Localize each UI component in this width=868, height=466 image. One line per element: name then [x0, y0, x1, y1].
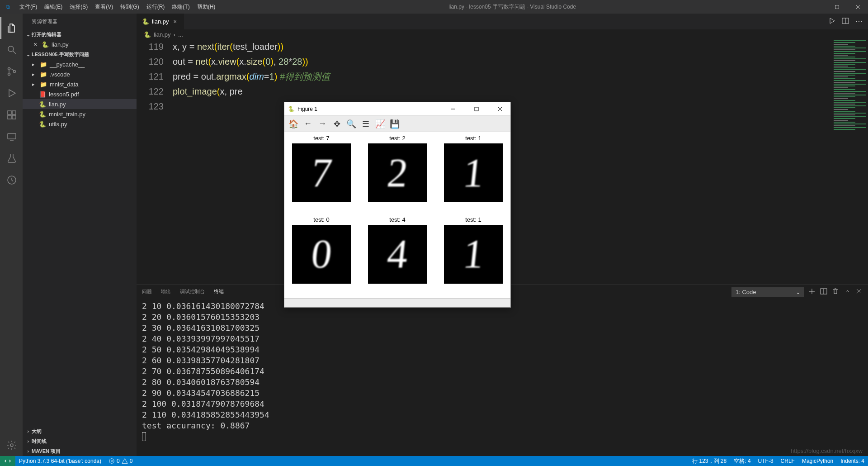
remote-icon[interactable]	[0, 126, 22, 147]
panel-tab[interactable]: 输出	[161, 286, 171, 297]
explorer-icon[interactable]	[0, 17, 22, 39]
back-icon[interactable]: ←	[302, 118, 314, 130]
cursor-position[interactable]: 行 123，列 28	[689, 456, 730, 466]
titlebar: ⧉ 文件(F)编辑(E)选择(S)查看(V)转到(G)运行(R)终端(T)帮助(…	[0, 0, 868, 14]
home-icon[interactable]: 🏠	[287, 118, 300, 130]
fig-close-button[interactable]	[490, 102, 510, 116]
encoding[interactable]: UTF-8	[755, 456, 777, 466]
folder-icon: 📁	[40, 71, 47, 78]
menu-item[interactable]: 终端(T)	[168, 3, 193, 11]
python-interpreter[interactable]: Python 3.7.3 64-bit ('base': conda)	[15, 456, 105, 466]
indent-spaces[interactable]: 空格: 4	[730, 456, 754, 466]
pan-icon[interactable]: ✥	[330, 118, 343, 130]
svg-point-4	[8, 46, 14, 52]
mnist-subplot: test: 11	[441, 135, 506, 214]
close-icon[interactable]: ×	[172, 18, 179, 25]
svg-rect-29	[475, 107, 478, 111]
settings-gear-icon[interactable]	[0, 434, 22, 456]
panel-tab[interactable]: 问题	[142, 286, 152, 297]
folder-icon: 📁	[40, 61, 47, 68]
mnist-digit-image: 0	[292, 225, 351, 284]
panel: 问题输出调试控制台终端 1: Code 2 10 0.0361614301800…	[137, 284, 868, 456]
timeline-icon[interactable]	[0, 169, 22, 191]
split-terminal-icon[interactable]	[820, 288, 827, 296]
menu-item[interactable]: 运行(R)	[143, 3, 169, 11]
svg-rect-9	[8, 111, 11, 114]
activity-bar	[0, 14, 23, 456]
mnist-digit-image: 1	[444, 225, 503, 284]
project-header[interactable]: ⌄LESSON05-手写数字问题	[23, 49, 137, 59]
tab-lian-py[interactable]: 🐍 lian.py ×	[137, 14, 184, 29]
forward-icon[interactable]: →	[316, 118, 329, 130]
file-item[interactable]: 🐍utils.py	[23, 119, 137, 129]
mnist-subplot: test: 00	[289, 216, 354, 296]
eol[interactable]: CRLF	[777, 456, 798, 466]
python-file-icon: 🐍	[39, 121, 46, 128]
menu-item[interactable]: 帮助(H)	[193, 3, 219, 11]
indents[interactable]: Indents: 4	[837, 456, 868, 466]
problems-indicator[interactable]: 0 0	[105, 456, 136, 466]
python-file-icon: 🐍	[142, 18, 149, 25]
terminal-selector[interactable]: 1: Code	[731, 287, 804, 297]
sidebar-section-header[interactable]: ›大纲	[23, 426, 137, 436]
panel-tab[interactable]: 调试控制台	[180, 286, 205, 297]
breadcrumb[interactable]: 🐍 lian.py › ...	[137, 29, 868, 39]
menu-item[interactable]: 查看(V)	[91, 3, 117, 11]
menu-item[interactable]: 选择(S)	[66, 3, 91, 11]
folder-item[interactable]: 📁.vscode	[23, 69, 137, 79]
split-editor-icon[interactable]	[842, 17, 849, 26]
mnist-digit-image: 7	[292, 143, 351, 202]
configure-icon[interactable]: ☰	[359, 118, 372, 130]
sidebar-section-header[interactable]: ›MAVEN 项目	[23, 446, 137, 456]
sidebar-section-header[interactable]: ›时间线	[23, 436, 137, 446]
minimize-button[interactable]	[806, 0, 826, 14]
trash-icon[interactable]	[832, 288, 839, 296]
mnist-subplot: test: 77	[289, 135, 354, 214]
extensions-icon[interactable]	[0, 104, 22, 126]
close-icon[interactable]: ×	[32, 41, 39, 48]
zoom-icon[interactable]: 🔍	[345, 118, 358, 130]
file-item[interactable]: 📕lesson5.pdf	[23, 89, 137, 99]
fig-maximize-button[interactable]	[466, 102, 487, 116]
chevron-up-icon[interactable]	[844, 288, 851, 296]
run-icon[interactable]	[828, 17, 835, 26]
figure-statusbar	[284, 298, 510, 307]
more-icon[interactable]: ⋯	[855, 17, 863, 26]
sidebar-title: 资源管理器	[23, 14, 137, 29]
mnist-subplot: test: 44	[365, 216, 430, 296]
open-editor-item[interactable]: ×🐍lian.py	[23, 39, 137, 49]
matplotlib-figure-window[interactable]: 🐍 Figure 1 🏠 ← → ✥ 🔍 ☰ 📈 💾 test: 77test:…	[284, 102, 511, 308]
run-debug-icon[interactable]	[0, 82, 22, 104]
terminal-output[interactable]: 2 10 0.036161430180072784 2 20 0.0360157…	[137, 299, 868, 456]
close-button[interactable]	[847, 0, 868, 14]
svg-rect-11	[8, 115, 11, 119]
fig-minimize-button[interactable]	[443, 102, 463, 116]
panel-tab[interactable]: 终端	[214, 286, 224, 297]
maximize-button[interactable]	[826, 0, 847, 14]
figure-title: Figure 1	[297, 106, 317, 112]
python-file-icon: 🐍	[144, 31, 151, 38]
file-item[interactable]: 🐍lian.py	[23, 99, 137, 109]
remote-indicator[interactable]	[0, 456, 15, 466]
mnist-subplot: test: 11	[441, 216, 506, 296]
new-terminal-icon[interactable]	[808, 288, 816, 296]
folder-item[interactable]: 📁mnist_data	[23, 79, 137, 89]
save-icon[interactable]: 💾	[388, 118, 401, 130]
edit-icon[interactable]: 📈	[374, 118, 387, 130]
mnist-digit-image: 4	[368, 225, 427, 284]
test-icon[interactable]	[0, 147, 22, 169]
chevron-right-icon	[30, 71, 37, 78]
chevron-right-icon	[30, 61, 37, 68]
menu-item[interactable]: 编辑(E)	[41, 3, 66, 11]
file-item[interactable]: 🐍mnist_train.py	[23, 109, 137, 119]
open-editors-header[interactable]: ⌄打开的编辑器	[23, 29, 137, 39]
close-panel-icon[interactable]	[855, 288, 863, 296]
source-control-icon[interactable]	[0, 61, 22, 82]
folder-item[interactable]: 📁__pycache__	[23, 59, 137, 69]
menu-item[interactable]: 文件(F)	[16, 3, 41, 11]
menu-item[interactable]: 转到(G)	[117, 3, 142, 11]
language-mode[interactable]: MagicPython	[798, 456, 837, 466]
minimap[interactable]	[832, 39, 868, 202]
window-title: lian.py - lesson05-手写数字问题 - Visual Studi…	[219, 3, 806, 11]
search-icon[interactable]	[0, 39, 22, 61]
